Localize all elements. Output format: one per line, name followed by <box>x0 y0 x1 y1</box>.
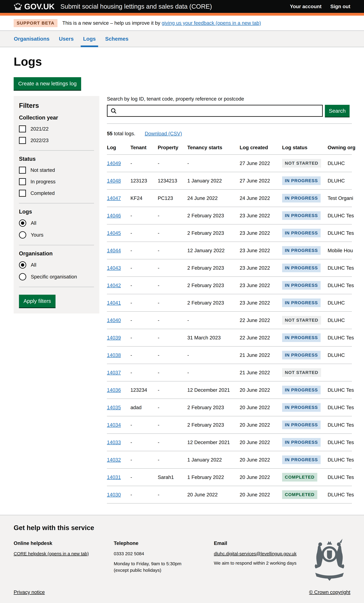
log-link[interactable]: 14037 <box>107 370 121 375</box>
log-link[interactable]: 14030 <box>107 492 121 498</box>
nav-item-schemes[interactable]: Schemes <box>103 31 131 47</box>
log-link[interactable]: 14048 <box>107 178 121 184</box>
core-helpdesk-link[interactable]: CORE helpdesk (opens in a new tab) <box>14 551 89 556</box>
cell-tenancy-starts: 20 June 2022 <box>187 486 240 503</box>
status-heading: Status <box>19 156 94 162</box>
status-badge: In progress <box>282 176 321 185</box>
create-lettings-log-button[interactable]: Create a new lettings log <box>14 77 81 90</box>
apply-filters-button[interactable]: Apply filters <box>19 295 56 307</box>
log-link[interactable]: 14042 <box>107 283 121 288</box>
cell-tenant: - <box>130 434 158 451</box>
cell-owning-org: DLUHC <box>328 346 352 364</box>
status-badge: In progress <box>282 246 321 255</box>
privacy-notice-link[interactable]: Privacy notice <box>14 589 45 595</box>
status-badge: In progress <box>282 386 321 394</box>
log-link[interactable]: 14035 <box>107 405 121 410</box>
status-badge: Completed <box>282 473 317 482</box>
cell-tenancy-starts: 2 February 2023 <box>187 207 240 224</box>
phase-banner: SUPPORT BETA This is a new service – hel… <box>0 16 364 31</box>
footer: Get help with this service Online helpde… <box>0 515 364 603</box>
log-link[interactable]: 14039 <box>107 335 121 340</box>
cell-log-created: 23 June 2022 <box>240 207 282 224</box>
search-input[interactable] <box>117 105 322 116</box>
cell-tenant: - <box>130 486 158 503</box>
download-csv-link[interactable]: Download (CSV) <box>145 131 182 137</box>
checkbox-label: 2021/22 <box>31 126 48 132</box>
checkbox-not-started[interactable] <box>19 167 26 174</box>
status-badge: In progress <box>282 281 321 290</box>
sign-out-link[interactable]: Sign out <box>330 4 350 9</box>
filter-divider <box>19 150 94 151</box>
collection-year-heading: Collection year <box>19 115 94 121</box>
checkbox-in-progress[interactable] <box>19 178 26 185</box>
search-button[interactable]: Search <box>325 105 350 117</box>
log-link[interactable]: 14049 <box>107 161 121 166</box>
crown-copyright-link[interactable]: © Crown copyright <box>309 589 350 595</box>
crown-icon <box>14 3 22 10</box>
cell-tenant: - <box>130 224 158 242</box>
nav-item-users[interactable]: Users <box>56 31 76 47</box>
cell-log-created: 23 June 2022 <box>240 294 282 312</box>
govuk-logo[interactable]: GOV.UK <box>14 2 55 11</box>
status-badge: Not started <box>282 316 321 325</box>
cell-property: - <box>158 451 187 468</box>
cell-tenant: - <box>130 242 158 259</box>
cell-property: - <box>158 399 187 416</box>
radio-logs-all[interactable] <box>19 220 26 227</box>
cell-property: - <box>158 312 187 329</box>
email-link[interactable]: dluhc.digital-services@levellingup.gov.u… <box>214 551 296 556</box>
cell-tenancy-starts: 1 January 2022 <box>187 172 240 189</box>
cell-owning-org: DLUHC Tes <box>328 486 352 503</box>
table-row: 14038 - - - 21 June 2022 In progress DLU… <box>107 346 352 364</box>
feedback-link[interactable]: giving us your feedback (opens in a new … <box>162 20 261 26</box>
status-badge: In progress <box>282 420 321 429</box>
filter-option-not-started: Not started <box>19 167 94 174</box>
log-link[interactable]: 14043 <box>107 265 121 271</box>
online-helpdesk-heading: Online helpdesk <box>14 540 114 546</box>
total-logs-count: 55 <box>107 131 113 136</box>
telephone-heading: Telephone <box>114 540 214 546</box>
log-link[interactable]: 14040 <box>107 317 121 323</box>
radio-org-all[interactable] <box>19 261 26 269</box>
service-name[interactable]: Submit social housing lettings and sales… <box>60 3 212 10</box>
cell-tenancy-starts: 2 February 2023 <box>187 224 240 242</box>
checkbox-2021-22[interactable] <box>19 126 26 132</box>
log-link[interactable]: 14045 <box>107 230 121 236</box>
nav-item-organisations[interactable]: Organisations <box>11 31 52 47</box>
checkbox-2022-23[interactable] <box>19 137 26 144</box>
gov-header: GOV.UK Submit social housing lettings an… <box>0 0 364 16</box>
log-link[interactable]: 14046 <box>107 213 121 218</box>
cell-owning-org: DLUHC <box>328 172 352 189</box>
cell-property: Sarah1 <box>158 468 187 486</box>
log-link[interactable]: 14032 <box>107 457 121 463</box>
your-account-link[interactable]: Your account <box>290 4 322 9</box>
col-header-tenancy-starts: Tenancy starts <box>187 142 240 154</box>
telephone-number: 0333 202 5084 <box>114 550 214 557</box>
cell-tenancy-starts: 12 December 2021 <box>187 434 240 451</box>
cell-owning-org: DLUHC Tes <box>328 329 352 346</box>
cell-tenant: - <box>130 294 158 312</box>
phase-message: This is a new service – help us improve … <box>62 20 162 26</box>
col-header-log-created: Log created <box>240 142 282 154</box>
log-link[interactable]: 14044 <box>107 248 121 253</box>
cell-tenancy-starts: 2 February 2023 <box>187 399 240 416</box>
cell-owning-org: DLUHC Tes <box>328 468 352 486</box>
log-link[interactable]: 14031 <box>107 474 121 480</box>
cell-log-created: 20 June 2022 <box>240 416 282 434</box>
radio-org-specific[interactable] <box>19 273 26 280</box>
log-link[interactable]: 14034 <box>107 422 121 428</box>
log-link[interactable]: 14041 <box>107 300 121 306</box>
log-link[interactable]: 14038 <box>107 352 121 358</box>
cell-owning-org: DLUHC <box>328 154 352 172</box>
cell-tenant: - <box>130 468 158 486</box>
cell-log-created: 23 June 2022 <box>240 259 282 277</box>
cell-owning-org: DLUHC <box>328 312 352 329</box>
log-link[interactable]: 14036 <box>107 387 121 393</box>
status-badge: In progress <box>282 333 321 342</box>
radio-logs-yours[interactable] <box>19 231 26 239</box>
log-link[interactable]: 14047 <box>107 195 121 201</box>
nav-item-logs[interactable]: Logs <box>81 31 98 47</box>
checkbox-completed[interactable] <box>19 190 26 197</box>
log-link[interactable]: 14033 <box>107 440 121 445</box>
filter-option-org-specific: Specific organisation <box>19 273 94 280</box>
